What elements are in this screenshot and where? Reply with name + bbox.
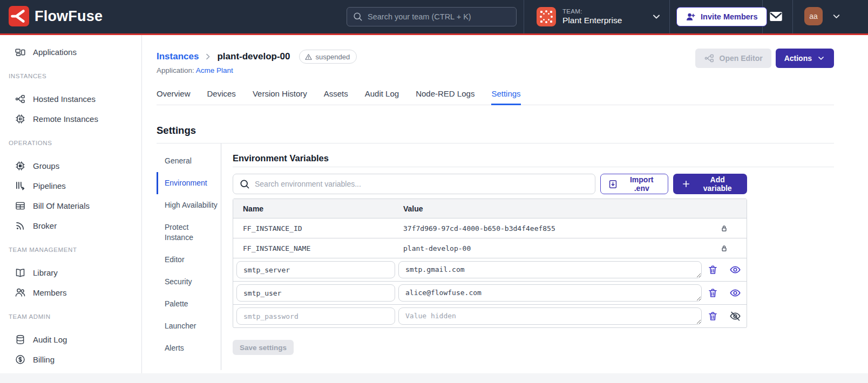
env-var-name-input[interactable]	[236, 284, 395, 302]
invite-members-button[interactable]: Invite Members	[676, 7, 767, 26]
sidebar-item-library[interactable]: Library	[0, 263, 141, 283]
add-variable-button[interactable]: Add variable	[673, 174, 747, 194]
team-selector-text: TEAM: Plant Enterprise	[562, 8, 651, 25]
tab-assets[interactable]: Assets	[324, 85, 348, 105]
subnav-divider	[221, 143, 221, 370]
breadcrumb-instances-link[interactable]: Instances	[157, 51, 199, 62]
actions-button[interactable]: Actions	[776, 49, 834, 68]
subnav-high-availability[interactable]: High Availability	[157, 194, 221, 216]
status-badge: suspended	[299, 50, 357, 64]
show-value-eye-icon[interactable]	[729, 264, 741, 276]
sidebar-item-broker[interactable]: Broker	[0, 216, 141, 236]
subnav-general[interactable]: General	[157, 150, 221, 172]
sidebar-item-bill-of-materials[interactable]: Bill Of Materials	[0, 196, 141, 216]
subnav-editor[interactable]: Editor	[157, 249, 221, 271]
notifications-mail-icon[interactable]	[769, 9, 783, 24]
env-var-name-input[interactable]	[236, 261, 395, 278]
env-var-value-input[interactable]	[398, 307, 702, 325]
user-plus-icon	[686, 12, 696, 22]
sidebar-item-label: Audit Log	[33, 335, 67, 344]
sidebar-item-groups[interactable]: Groups	[0, 156, 141, 176]
add-variable-label: Add variable	[696, 175, 739, 193]
env-var-value-input[interactable]: alice@flowfuse.com	[398, 284, 702, 302]
subnav-environment[interactable]: Environment	[157, 172, 221, 194]
sidebar-item-audit-log[interactable]: Audit Log	[0, 330, 141, 350]
tab-devices[interactable]: Devices	[207, 85, 236, 105]
tab-version-history[interactable]: Version History	[253, 85, 307, 105]
delete-variable-button[interactable]	[707, 311, 718, 322]
subnav-palette[interactable]: Palette	[157, 293, 221, 315]
tab-settings[interactable]: Settings	[491, 85, 520, 105]
chevron-down-icon	[831, 11, 842, 22]
sidebar-item-label: Members	[33, 288, 67, 297]
broker-icon	[15, 220, 26, 231]
import-file-icon	[608, 179, 618, 189]
open-editor-button[interactable]: Open Editor	[695, 49, 771, 68]
lock-icon	[701, 244, 747, 252]
sidebar-item-members[interactable]: Members	[0, 283, 141, 303]
header-divider	[524, 0, 524, 33]
table-row: alice@flowfuse.com	[233, 281, 747, 304]
environment-title: Environment Variables	[233, 153, 834, 163]
env-var-name: FF_INSTANCE_NAME	[233, 244, 403, 252]
sidebar-item-hosted-instances[interactable]: Hosted Instances	[0, 89, 141, 109]
column-header-name: Name	[233, 204, 403, 213]
show-value-eye-icon[interactable]	[729, 287, 741, 299]
subnav-security[interactable]: Security	[157, 271, 221, 293]
team-search-input[interactable]	[347, 7, 517, 26]
subnav-alerts[interactable]: Alerts	[157, 337, 221, 359]
env-search	[233, 174, 595, 194]
open-editor-label: Open Editor	[720, 54, 763, 63]
sidebar-item-label: Applications	[33, 47, 77, 57]
sidebar-item-remote-instances[interactable]: Remote Instances	[0, 109, 141, 129]
sidebar-item-billing[interactable]: Billing	[0, 350, 141, 370]
user-menu[interactable]: aa	[804, 7, 842, 25]
search-icon	[239, 179, 250, 189]
editor-node-icon	[704, 53, 715, 64]
sidebar-section-label: INSTANCES	[9, 73, 141, 80]
env-var-value-input[interactable]: smtp.gmail.com	[398, 261, 702, 278]
tab-audit-log[interactable]: Audit Log	[365, 85, 399, 105]
subnav-launcher[interactable]: Launcher	[157, 315, 221, 337]
hide-value-eye-off-icon[interactable]	[729, 310, 741, 322]
plus-icon	[681, 179, 691, 189]
sidebar-item-applications[interactable]: Applications	[0, 42, 141, 62]
sidebar-item-label: Remote Instances	[33, 114, 98, 124]
warning-icon	[304, 53, 313, 61]
environment-toolbar: Import .env Add variable	[233, 174, 747, 194]
team-avatar	[537, 7, 556, 26]
team-selector[interactable]: TEAM: Plant Enterprise	[525, 0, 669, 33]
settings-subnav: General Environment High Availability Pr…	[157, 143, 221, 370]
chevron-right-icon	[204, 52, 212, 61]
sidebar: Applications INSTANCES Hosted Instances …	[0, 35, 142, 373]
application-label: Application:	[157, 66, 194, 74]
settings-title: Settings	[157, 125, 834, 136]
delete-variable-button[interactable]	[707, 264, 718, 276]
save-settings-button[interactable]: Save settings	[233, 340, 294, 355]
environment-section: Environment Variables	[233, 143, 834, 370]
header-divider	[669, 0, 670, 33]
sidebar-item-label: Groups	[33, 161, 59, 170]
delete-variable-button[interactable]	[707, 288, 718, 299]
tab-node-red-logs[interactable]: Node-RED Logs	[416, 85, 474, 105]
env-search-input[interactable]	[233, 174, 595, 194]
table-header: Name Value	[233, 199, 747, 218]
lock-icon	[701, 224, 747, 232]
env-variables-table: Name Value FF_INSTANCE_ID 37f7d969-97cd-…	[233, 199, 747, 328]
user-avatar: aa	[804, 7, 823, 25]
application-link[interactable]: Acme Plant	[196, 66, 233, 74]
tab-overview[interactable]: Overview	[157, 85, 191, 105]
sidebar-item-label: Billing	[33, 355, 55, 364]
table-row: FF_INSTANCE_ID 37f7d969-97cd-4000-b650-b…	[233, 218, 747, 238]
flowfuse-logo[interactable]: FlowFuse	[9, 6, 103, 26]
env-var-name-input[interactable]	[236, 307, 395, 325]
actions-label: Actions	[784, 54, 812, 63]
applications-icon	[15, 46, 26, 58]
sidebar-item-pipelines[interactable]: Pipelines	[0, 176, 141, 196]
page-bottom-strip	[0, 373, 868, 383]
subnav-protect-instance[interactable]: Protect Instance	[157, 216, 221, 249]
table-row: smtp.gmail.com	[233, 258, 747, 281]
import-env-button[interactable]: Import .env	[600, 174, 668, 194]
audit-log-icon	[15, 334, 26, 345]
divider	[233, 167, 834, 167]
